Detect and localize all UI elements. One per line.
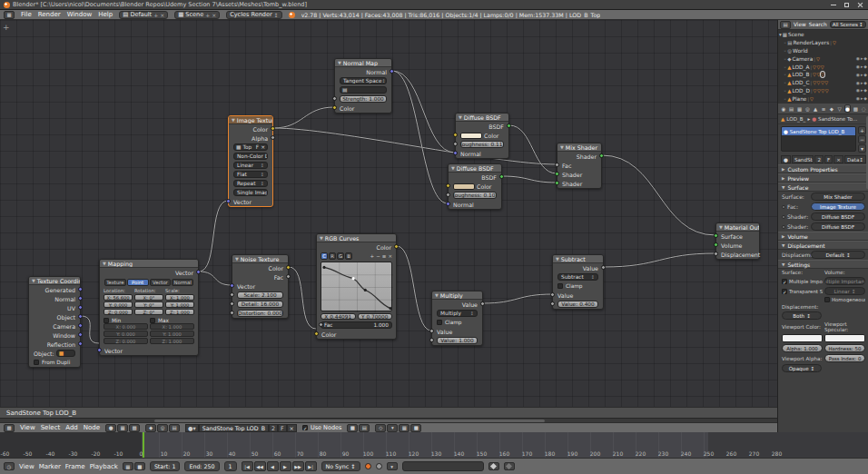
delete-keyframe-icon[interactable] xyxy=(504,462,515,470)
node-menu-view[interactable]: View xyxy=(20,424,35,431)
visibility-toggle-icon[interactable]: ◉ xyxy=(856,88,860,93)
node-header[interactable]: ▼Texture Coordinate xyxy=(29,277,80,285)
outliner-item-label[interactable]: World xyxy=(793,48,808,54)
curve-graph[interactable] xyxy=(321,262,393,312)
output-socket[interactable] xyxy=(78,305,83,310)
tab-render-layers-icon[interactable]: ▤ xyxy=(788,104,795,113)
maximize-icon[interactable] xyxy=(844,3,849,7)
multiple-importance-checkbox[interactable]: ✓Multiple Import... xyxy=(782,279,823,284)
volume-sampling-dropdown[interactable]: Multiple Importance xyxy=(824,277,865,285)
outliner-row[interactable]: ◦▲LOD_C|▽▽▽▽◉▸◆ xyxy=(779,79,868,87)
delete-scene-icon[interactable]: × xyxy=(212,12,216,18)
panel-preview[interactable]: ▶ Preview xyxy=(778,173,868,183)
collapse-icon[interactable]: ▼ xyxy=(451,165,455,171)
visibility-toggle-icon[interactable]: ◉ xyxy=(856,56,860,61)
lamp-shader-icon[interactable]: ▤ xyxy=(169,424,180,432)
outliner-scope-dropdown[interactable]: All Scenes ↕ xyxy=(830,21,866,28)
fake-user-button[interactable]: F xyxy=(278,424,287,432)
auto-keyframe-record-icon[interactable] xyxy=(365,463,371,469)
channel-r-button[interactable]: R xyxy=(329,252,336,260)
menu-help[interactable]: Help xyxy=(98,11,113,18)
output-socket[interactable] xyxy=(78,314,83,319)
node-header[interactable]: ▼Mapping xyxy=(100,260,198,268)
node-slider[interactable]: Scale:2.100 xyxy=(237,291,283,299)
node-header[interactable]: ▼Image Texture xyxy=(229,116,272,124)
mesh-data-icon[interactable]: ▽ xyxy=(824,80,828,85)
node-header[interactable]: ▼Multiply xyxy=(432,291,482,300)
input-socket[interactable] xyxy=(332,96,337,101)
input-socket[interactable] xyxy=(714,233,718,238)
input-socket[interactable] xyxy=(453,133,458,137)
disclosure-icon[interactable]: ◦ xyxy=(784,72,786,77)
renderability-toggle-icon[interactable]: ◆ xyxy=(863,81,867,85)
input-socket[interactable] xyxy=(230,301,234,306)
menu-window[interactable]: Window xyxy=(67,11,93,18)
panel-volume[interactable]: ▶ Volume xyxy=(778,232,868,241)
outliner-row[interactable]: ◦▲LOD_D|▽▽▽▽◉▸◆ xyxy=(779,87,868,95)
panel-settings[interactable]: ▼ Settings xyxy=(778,260,868,269)
rgb-curve-widget[interactable] xyxy=(321,262,392,311)
visibility-toggle-icon[interactable]: ◉ xyxy=(856,81,860,85)
world-shader-icon[interactable]: ◎ xyxy=(157,424,168,432)
timeline-menu-view[interactable]: View xyxy=(19,463,35,470)
timeline-menu-marker[interactable]: Marker xyxy=(39,463,61,470)
node-diffuse-bsdf-2[interactable]: ▼Diffuse BSDFBSDFColorRoughness:0.108Nor… xyxy=(448,163,502,210)
input-socket[interactable] xyxy=(230,311,234,315)
outliner-item-label[interactable]: Scene xyxy=(788,32,804,37)
tools-icon[interactable]: ≡ xyxy=(382,253,387,259)
node-noise-texture[interactable]: ▼Noise TextureColorFacVectorScale:2.100D… xyxy=(232,254,289,319)
value-field[interactable]: X: 56.600 xyxy=(104,294,133,301)
renderability-toggle-icon[interactable]: ◆ xyxy=(863,56,867,61)
outliner-item-label[interactable]: LOD_D xyxy=(792,88,809,94)
node-slider[interactable]: Detail:16.000 xyxy=(237,301,283,308)
node-header[interactable]: ▼RGB Curves xyxy=(317,234,396,242)
visibility-toggle-icon[interactable]: ◉ xyxy=(856,96,860,101)
keying-options-icon[interactable] xyxy=(376,463,382,469)
input-socket[interactable] xyxy=(453,151,458,155)
timeline-editor-type-icon[interactable]: ◷ xyxy=(4,462,15,470)
timeline-menu-frame[interactable]: Frame xyxy=(65,463,85,470)
play-icon[interactable]: ▶ xyxy=(280,461,291,471)
color-swatch[interactable] xyxy=(460,133,482,139)
node-dropdown[interactable]: Non-Color Data↕ xyxy=(233,153,268,160)
input-socket[interactable] xyxy=(555,172,559,176)
renderability-toggle-icon[interactable]: ◆ xyxy=(863,96,867,101)
disclosure-icon[interactable]: ◦ xyxy=(784,64,786,70)
node-dropdown[interactable]: Single Image↕ xyxy=(233,189,268,196)
node-dropdown[interactable]: Flat↕ xyxy=(233,171,268,178)
panel-surface[interactable]: ▼ Surface xyxy=(778,183,868,192)
renderability-toggle-icon[interactable]: ◆ xyxy=(863,88,867,93)
object-field[interactable]: ■ xyxy=(56,350,75,357)
outliner-row[interactable]: ◦▲LOD_A|▽▽▽◉▸◆ xyxy=(779,63,868,71)
output-socket[interactable] xyxy=(601,265,606,270)
mesh-data-icon[interactable]: ▽ xyxy=(810,96,814,102)
channel-b-button[interactable]: B xyxy=(345,252,352,260)
disclosure-icon[interactable]: ▾ xyxy=(779,32,782,37)
collapse-icon[interactable]: ▼ xyxy=(320,235,323,241)
disclosure-icon[interactable]: ◦ xyxy=(784,40,786,45)
input-socket[interactable] xyxy=(550,292,555,297)
surface-row-value[interactable]: Diffuse BSDF xyxy=(811,212,865,221)
input-socket[interactable] xyxy=(453,142,458,146)
surface-row-value[interactable]: Image Texture xyxy=(811,202,865,211)
close-icon[interactable] xyxy=(857,2,863,7)
node-slider[interactable]: Value:0.400 xyxy=(557,301,598,308)
browse-material-icon[interactable]: ●▾ xyxy=(185,424,199,432)
renderability-toggle-icon[interactable]: ◆ xyxy=(863,73,867,77)
input-socket[interactable] xyxy=(230,283,234,288)
use-nodes-checkbox[interactable]: ✓ Use Nodes xyxy=(302,424,342,431)
output-socket[interactable] xyxy=(394,244,399,249)
sync-mode-dropdown[interactable]: No Sync↕ xyxy=(321,461,360,471)
disclosure-icon[interactable]: ◦ xyxy=(784,48,786,54)
input-socket[interactable] xyxy=(714,242,718,247)
selectability-toggle-icon[interactable]: ▸ xyxy=(861,88,863,93)
collapse-icon[interactable]: ▼ xyxy=(32,278,35,283)
viewport-color-swatch[interactable] xyxy=(782,334,823,342)
value-field[interactable]: Z: 0° xyxy=(134,309,163,315)
copy-nodes-icon[interactable]: ▦ xyxy=(399,424,409,432)
browse-material-icon[interactable]: ● xyxy=(781,155,791,163)
active-keying-set-field[interactable] xyxy=(402,461,484,471)
node-dropdown[interactable]: Linear↕ xyxy=(233,162,268,169)
channel-c-button[interactable]: C xyxy=(321,252,328,260)
transparent-shadows-checkbox[interactable]: ✓Transparent Sha... xyxy=(782,289,823,294)
